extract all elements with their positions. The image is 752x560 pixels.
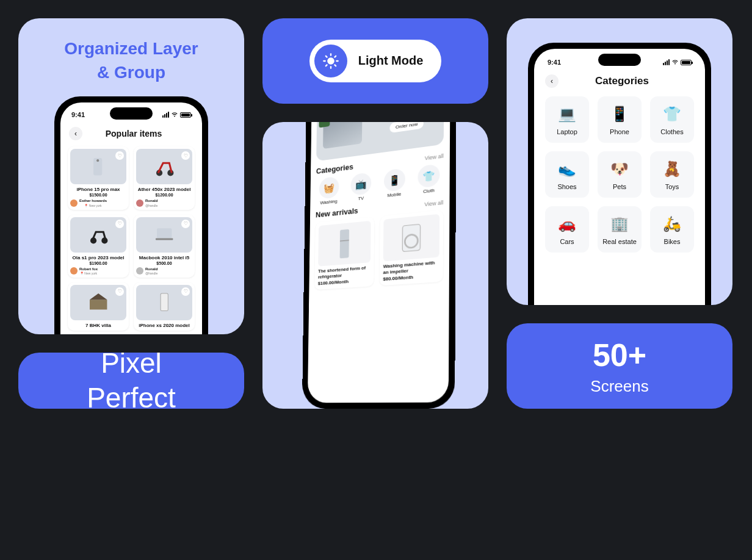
light-mode-toggle[interactable]: Light Mode (309, 40, 442, 82)
category-chip[interactable]: 🧺Washing (316, 176, 342, 206)
organized-layer-card: Organized Layer & Group 9:41 ‹ (18, 18, 244, 334)
heart-icon[interactable]: ♡ (181, 220, 190, 228)
product-card[interactable]: ♡ 7 BHK villa (68, 282, 129, 331)
fifty-plus-number: 50+ (593, 337, 646, 373)
categories-card: 9:41 ‹ Categories 💻Laptop 📱Phone (507, 18, 732, 305)
svg-point-1 (96, 159, 99, 162)
category-card[interactable]: 🏢Real estate (598, 206, 642, 253)
svg-line-18 (326, 65, 327, 66)
view-all-link[interactable]: View all (424, 199, 443, 207)
arrival-image (383, 214, 439, 262)
phone-categories: 9:41 ‹ Categories 💻Laptop 📱Phone (528, 43, 711, 305)
back-button[interactable]: ‹ (69, 127, 82, 140)
product-card[interactable]: ♡ Ola s1 pro 2023 model $1900.00 Robert … (68, 215, 129, 278)
wifi-icon (671, 59, 679, 65)
product-image: ♡ (136, 149, 192, 184)
phone-popular-items: 9:41 ‹ Popular items (54, 96, 208, 334)
category-card[interactable]: 🛵Bikes (650, 206, 694, 253)
seller-avatar (136, 199, 143, 207)
organized-heading: Organized Layer & Group (18, 37, 244, 84)
signal-icon (162, 112, 169, 118)
categories-grid: 💻Laptop 📱Phone 👕Clothes 👟Shoes 🐶Pets 🧸To… (543, 94, 696, 255)
product-card[interactable]: ♡ Macbook 2010 intel i5 $500.00 Ronald@h… (134, 215, 195, 278)
svg-line-19 (334, 56, 336, 57)
categories-heading: Categories (316, 162, 353, 176)
category-card[interactable]: 📱Phone (598, 96, 642, 143)
svg-line-17 (334, 65, 336, 66)
sun-icon (314, 45, 347, 77)
mode-label: Light Mode (358, 54, 424, 68)
product-image: ♡ (70, 285, 126, 320)
product-image: ♡ (70, 217, 126, 253)
welcome-card: 9:41 Welcome John Abram (262, 122, 488, 409)
pixel-perfect-card: Pixel Perfect (18, 353, 244, 409)
product-card[interactable]: ♡ Ather 450x 2023 model $1200.00 Ronald@… (134, 146, 195, 209)
arrival-image (318, 221, 371, 267)
page-title: Popular items (87, 129, 180, 138)
banner-image (323, 122, 362, 149)
screens-label: Screens (590, 377, 648, 396)
category-chip[interactable]: 📺TV (347, 172, 375, 203)
order-now-button[interactable]: Order now (389, 122, 424, 134)
showcase-grid: Organized Layer & Group 9:41 ‹ (18, 18, 734, 543)
light-mode-card: Light Mode (262, 18, 488, 104)
fifty-plus-card: 50+ Screens (507, 323, 732, 409)
page-title: Categories (563, 75, 681, 87)
view-all-link[interactable]: View all (425, 153, 444, 162)
battery-icon (681, 60, 692, 65)
seller-avatar (136, 267, 143, 275)
category-chip[interactable]: 📱Mobile (380, 168, 408, 199)
heart-icon[interactable]: ♡ (181, 287, 190, 296)
svg-line-16 (326, 56, 327, 57)
svg-rect-8 (90, 300, 107, 310)
new-arrivals-heading: New arrivals (316, 206, 358, 220)
arrival-card[interactable]: Washing machine with an impeller $80.00/… (380, 210, 444, 285)
product-image: ♡ (70, 149, 126, 184)
svg-rect-10 (161, 294, 168, 311)
heart-icon[interactable]: ♡ (115, 220, 124, 228)
product-card[interactable]: ♡ iPhone 15 pro max $1500.00 Esther howa… (68, 146, 129, 209)
category-card[interactable]: 🧸Toys (650, 151, 694, 198)
category-card[interactable]: 👟Shoes (545, 151, 589, 198)
product-image: ♡ (136, 217, 192, 253)
heart-icon[interactable]: ♡ (115, 151, 124, 160)
product-image: ♡ (136, 285, 192, 320)
seller-avatar (70, 267, 78, 275)
category-card[interactable]: 💻Laptop (545, 96, 589, 143)
battery-icon (180, 112, 191, 118)
category-card[interactable]: 🚗Cars (545, 206, 589, 253)
arrival-card[interactable]: The shortened form of refrigerator $100.… (314, 217, 374, 290)
svg-point-11 (327, 57, 334, 65)
svg-rect-6 (157, 228, 172, 238)
wifi-icon (171, 112, 178, 118)
svg-marker-9 (90, 294, 107, 300)
svg-rect-7 (156, 239, 173, 240)
category-card[interactable]: 👕Clothes (650, 96, 694, 143)
category-chip[interactable]: 👕Cloth (414, 163, 444, 195)
product-card[interactable]: ♡ iPhone xs 2020 model (134, 282, 195, 331)
phone-welcome: 9:41 Welcome John Abram (302, 122, 457, 409)
category-card[interactable]: 🐶Pets (598, 151, 642, 198)
seller-avatar (70, 199, 78, 207)
heart-icon[interactable]: ♡ (115, 287, 124, 296)
back-button[interactable]: ‹ (545, 74, 559, 88)
signal-icon (663, 59, 670, 65)
svg-rect-22 (339, 229, 349, 259)
heart-icon[interactable]: ♡ (181, 151, 190, 160)
popular-grid: ♡ iPhone 15 pro max $1500.00 Esther howa… (67, 146, 196, 330)
